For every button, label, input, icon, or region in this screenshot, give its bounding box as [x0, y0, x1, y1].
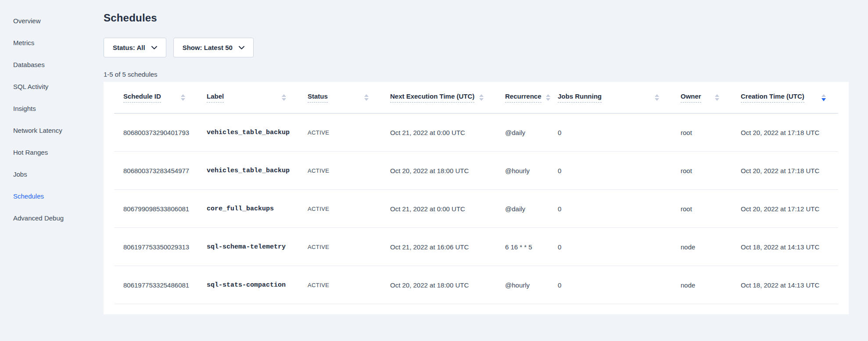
sidebar-nav-list: Overview Metrics Databases SQL Activity … [0, 10, 104, 229]
sidebar-item-label: Overview [13, 17, 41, 25]
column-label: Owner [681, 92, 701, 103]
sidebar-item-label: Network Latency [13, 127, 62, 134]
table-header-cell[interactable]: Creation Time (UTC) [732, 82, 838, 113]
cell-schedule-id: 806800373283454977 [114, 152, 197, 189]
cell-owner: root [671, 190, 732, 227]
sort-desc-arrow [181, 98, 185, 101]
sort-arrows-icon[interactable] [181, 94, 185, 101]
schedules-page: Overview Metrics Databases SQL Activity … [0, 0, 868, 341]
column-label: Status [308, 92, 328, 103]
column-label: Next Execution Time (UTC) [390, 92, 474, 103]
filters-bar: Status: All Show: Latest 50 [104, 38, 868, 57]
cell-owner: node [671, 266, 732, 304]
cell-next-execution: Oct 21, 2022 at 16:06 UTC [381, 228, 496, 266]
sort-arrows-icon[interactable] [364, 94, 369, 101]
page-title: Schedules [104, 12, 868, 24]
table-row: 806800373290401793 vehicles_table_backup… [114, 114, 838, 152]
cell-recurrence: @daily [496, 114, 549, 151]
sort-asc-arrow [715, 94, 719, 97]
cell-jobs-running: 0 [549, 114, 671, 151]
sort-desc-arrow [715, 98, 719, 101]
cell-creation-time: Oct 20, 2022 at 17:18 UTC [732, 114, 838, 151]
cell-status: ACTIVE [298, 266, 381, 304]
status-filter-label: Status: All [113, 44, 145, 51]
sidebar-item[interactable]: Jobs [0, 163, 104, 185]
cell-schedule-id: 806197753350029313 [114, 228, 197, 266]
sort-asc-arrow [655, 94, 659, 97]
sidebar-item[interactable]: Insights [0, 97, 104, 119]
status-filter-dropdown[interactable]: Status: All [104, 38, 166, 57]
cell-status: ACTIVE [298, 228, 381, 266]
cell-next-execution: Oct 20, 2022 at 18:00 UTC [381, 152, 496, 189]
show-filter-label: Show: Latest 50 [183, 44, 233, 51]
sidebar-item[interactable]: SQL Activity [0, 75, 104, 97]
cell-next-execution: Oct 21, 2022 at 0:00 UTC [381, 190, 496, 227]
cell-creation-time: Oct 18, 2022 at 14:13 UTC [732, 228, 838, 266]
cell-schedule-id: 806799098533806081 [114, 190, 197, 227]
sort-asc-arrow [181, 94, 185, 97]
sort-desc-arrow [479, 98, 484, 101]
table-header-cell[interactable]: Jobs Running [549, 82, 671, 113]
cell-label: vehicles_table_backup [197, 152, 298, 189]
cell-status: ACTIVE [298, 190, 381, 227]
cell-owner: root [671, 114, 732, 151]
cell-recurrence: @daily [496, 190, 549, 227]
main-content: Schedules Status: All Show: Latest 50 1-… [104, 0, 868, 314]
sidebar-item[interactable]: Metrics [0, 32, 104, 53]
cell-creation-time: Oct 18, 2022 at 14:13 UTC [732, 266, 838, 304]
cell-status: ACTIVE [298, 114, 381, 151]
cell-owner: root [671, 152, 732, 189]
table-header-cell[interactable]: Status [298, 82, 381, 113]
cell-jobs-running: 0 [549, 228, 671, 266]
sidebar-item[interactable]: Schedules [0, 185, 104, 207]
sort-desc-arrow [282, 98, 286, 101]
sort-arrows-icon[interactable] [479, 94, 484, 101]
cell-status: ACTIVE [298, 152, 381, 189]
show-filter-dropdown[interactable]: Show: Latest 50 [173, 38, 254, 57]
table-header-cell[interactable]: Recurrence [496, 82, 549, 113]
sort-asc-arrow [364, 94, 369, 97]
sidebar-item[interactable]: Overview [0, 10, 104, 32]
table-header-cell[interactable]: Schedule ID [114, 82, 197, 113]
cell-schedule-id: 806800373290401793 [114, 114, 197, 151]
column-label: Jobs Running [558, 92, 602, 103]
chevron-down-icon [151, 46, 157, 50]
sort-asc-arrow [479, 94, 484, 97]
sidebar-item-label: Advanced Debug [13, 214, 64, 222]
sort-arrows-icon[interactable] [821, 94, 826, 101]
table-row: 806800373283454977 vehicles_table_backup… [114, 152, 838, 190]
sort-arrows-icon[interactable] [282, 94, 286, 101]
cell-creation-time: Oct 20, 2022 at 17:18 UTC [732, 152, 838, 189]
table-row: 806197753325486081 sql-stats-compaction … [114, 266, 838, 304]
sidebar-item-label: Insights [13, 105, 36, 112]
sort-asc-arrow [282, 94, 286, 97]
cell-owner: node [671, 228, 732, 266]
sort-arrows-icon[interactable] [655, 94, 659, 101]
cell-recurrence: @hourly [496, 152, 549, 189]
sidebar-item[interactable]: Network Latency [0, 119, 104, 141]
table-header-cell[interactable]: Owner [671, 82, 732, 113]
column-label: Label [207, 92, 224, 103]
chevron-down-icon [239, 46, 244, 50]
sort-desc-arrow [364, 98, 369, 101]
cell-label: sql-stats-compaction [197, 266, 298, 304]
sidebar-item-label: Jobs [13, 170, 27, 178]
cell-jobs-running: 0 [549, 266, 671, 304]
column-label: Creation Time (UTC) [741, 92, 804, 103]
sidebar-item-label: Metrics [13, 39, 34, 46]
table-header-cell[interactable]: Label [197, 82, 298, 113]
sort-arrows-icon[interactable] [715, 94, 719, 101]
table-header-cell[interactable]: Next Execution Time (UTC) [381, 82, 496, 113]
cell-jobs-running: 0 [549, 190, 671, 227]
cell-creation-time: Oct 20, 2022 at 17:12 UTC [732, 190, 838, 227]
sidebar-item[interactable]: Advanced Debug [0, 207, 104, 229]
table-row: 806799098533806081 core_full_backups ACT… [114, 190, 838, 228]
sort-desc-arrow [821, 98, 826, 101]
cell-recurrence: @hourly [496, 266, 549, 304]
sidebar-item[interactable]: Databases [0, 53, 104, 75]
sidebar-item-label: SQL Activity [13, 83, 48, 90]
sidebar-item-label: Schedules [13, 192, 44, 200]
sidebar-item[interactable]: Hot Ranges [0, 141, 104, 163]
cell-jobs-running: 0 [549, 152, 671, 189]
schedules-table-card: Schedule ID Label Status [104, 82, 849, 314]
